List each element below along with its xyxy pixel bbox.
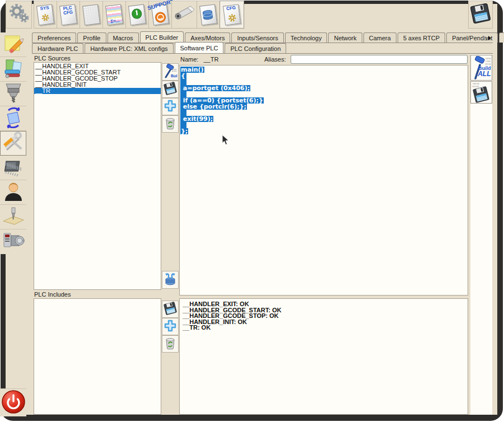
plc-includes-title: PLC Includes: [34, 291, 71, 298]
code-line: else {portclr(6);};: [180, 104, 247, 110]
build-all-button[interactable]: 101011010110 Build ALL: [470, 55, 492, 81]
toolbar-camera-button[interactable]: [171, 1, 197, 29]
spindle-tool-icon: [3, 82, 24, 106]
toolbar-item-label: SYS: [38, 5, 52, 11]
trash-icon: [164, 336, 177, 352]
sidebar-item-rotate-axes[interactable]: [0, 106, 26, 131]
chip-hardware-icon: [2, 157, 25, 179]
tab-axes-motors[interactable]: Axes/Motors: [185, 32, 230, 43]
build-all-label-2: ALL: [478, 71, 491, 77]
floppy-save-icon: [470, 3, 491, 26]
sidebar-item-notes[interactable]: [0, 32, 26, 57]
rotate-axes-icon: [3, 107, 24, 130]
user-profile-icon: [3, 181, 24, 204]
plc-cfg-doc-icon: PLC CFG: [59, 4, 77, 25]
tab-scroll-left-icon[interactable]: [480, 34, 487, 42]
plc-builder-sub-tab-bar: Hardware PLC Hardware PLC: XML configs S…: [32, 43, 493, 54]
tab-hardware-plc[interactable]: Hardware PLC: [32, 43, 83, 53]
name-label: Name:: [180, 56, 198, 63]
tab-macros[interactable]: Macros: [108, 32, 139, 43]
sidebar-item-motor[interactable]: [0, 229, 26, 254]
plus-icon: [164, 319, 177, 335]
gold-gear-icon: [227, 13, 237, 25]
export-source-button[interactable]: [162, 271, 179, 289]
tab-inputs-sensors[interactable]: Inputs/Sensors: [231, 32, 283, 43]
delete-include-button[interactable]: [162, 335, 179, 353]
main-tab-bar: Preferences Profile Macros PLC Builder A…: [32, 32, 493, 43]
build-all-hammer-icon: 101011010110 Build ALL: [472, 56, 491, 79]
tab-preferences[interactable]: Preferences: [32, 32, 76, 43]
build-output-line: __TR: OK: [183, 325, 465, 331]
plc-code-editor[interactable]: main() { a=portget (0x406); if (a==0) {p…: [179, 65, 468, 296]
tools-settings-icon: [2, 131, 25, 156]
code-line: a=portget (0x406);: [180, 85, 250, 91]
save-all-button[interactable]: 1011001101: [470, 81, 492, 104]
toolbar-plc-cfg-button[interactable]: PLC CFG: [57, 1, 80, 29]
sidebar-item-user[interactable]: [0, 180, 26, 205]
power-button[interactable]: [0, 388, 26, 416]
gears-icon: [8, 3, 30, 26]
support-doc-icon: SUPPORT: [151, 4, 169, 25]
floppy-icon: [164, 82, 177, 97]
sidebar-item-settings[interactable]: [0, 131, 26, 156]
build-source-button[interactable]: Build: [162, 63, 179, 81]
stepper-motor-icon: [2, 230, 25, 254]
tab-5-axes-rtcp[interactable]: 5 axes RTCP: [398, 32, 445, 43]
tab-camera[interactable]: Camera: [363, 32, 396, 43]
tab-technology[interactable]: Technology: [285, 32, 328, 43]
toolbar-info-button[interactable]: [125, 1, 149, 29]
info-sphere-icon: [131, 7, 143, 21]
note-edit-icon: [3, 33, 24, 57]
mouse-cursor: [222, 134, 230, 148]
code-line: };: [180, 128, 188, 134]
tab-software-plc[interactable]: Software PLC: [175, 42, 224, 53]
code-line: exit(99);: [180, 116, 213, 122]
plus-icon: [164, 99, 177, 115]
docs-library-icon: [3, 58, 24, 81]
unpack-arrows-icon: [164, 271, 177, 288]
tab-scroll-right-icon[interactable]: [487, 34, 493, 42]
toolbar-text-doc-button[interactable]: [80, 1, 103, 29]
sidebar-item-hardware-chip[interactable]: [0, 156, 26, 180]
plc-source-item-selected[interactable]: __TR: [34, 88, 161, 94]
tab-profile[interactable]: Profile: [77, 32, 106, 43]
delete-source-button[interactable]: [162, 115, 179, 133]
plc-source-item[interactable]: __HANDLER_INIT: [34, 82, 161, 88]
plc-sources-title: PLC Sources: [34, 55, 71, 62]
sidebar-item-spindle[interactable]: [0, 82, 26, 106]
plc-sources-list[interactable]: __HANDLER_EXIT __HANDLER_GCODE_START __H…: [34, 62, 161, 290]
tab-scroll-arrows: [480, 34, 493, 42]
tab-hardware-plc-xml[interactable]: Hardware PLC: XML configs: [85, 43, 173, 53]
settings-gears-button[interactable]: [6, 1, 32, 29]
source-name-label: Name: __TR: [180, 56, 218, 63]
toolbar-sys-button[interactable]: SYS: [34, 1, 57, 29]
macro-doc-icon: Σ=...: [105, 4, 123, 25]
tab-network[interactable]: Network: [328, 32, 362, 43]
add-source-button[interactable]: [162, 98, 179, 115]
text-doc-icon: [82, 4, 100, 25]
toolbar-support-button[interactable]: SUPPORT: [148, 1, 172, 29]
info-doc-icon: [128, 4, 146, 25]
toolbar-database-button[interactable]: [197, 1, 220, 29]
floppy-binary-icon: 1011001101: [472, 82, 491, 102]
toolbar-cfg-button[interactable]: CFG: [220, 1, 244, 29]
save-source-button[interactable]: [162, 81, 179, 98]
tab-plc-builder[interactable]: PLC Builder: [140, 31, 184, 43]
toolbar-macros-button[interactable]: Σ=...: [102, 1, 126, 29]
database-cylinder-icon: [202, 8, 214, 23]
tab-hardware[interactable]: Hardware: [499, 32, 504, 43]
add-include-button[interactable]: [162, 318, 179, 335]
save-include-button[interactable]: [162, 301, 179, 318]
cfg-doc-icon: CFG: [223, 4, 241, 25]
toolbar-item-label: CFG: [224, 5, 238, 11]
toolbar-save-button[interactable]: [468, 1, 493, 29]
build-output-line: __HANDLER_GCODE_STOP: OK: [183, 313, 465, 319]
sidebar-item-library[interactable]: [0, 57, 26, 82]
aliases-input[interactable]: [291, 55, 468, 64]
tab-plc-configuration[interactable]: PLC Configuration: [225, 43, 286, 53]
toolbar-item-label: SUPPORT: [147, 0, 175, 11]
sidebar-item-engraving[interactable]: [0, 205, 26, 229]
sys-doc-icon: SYS: [36, 4, 54, 25]
trash-icon: [164, 116, 177, 132]
plc-includes-list[interactable]: [34, 298, 161, 415]
